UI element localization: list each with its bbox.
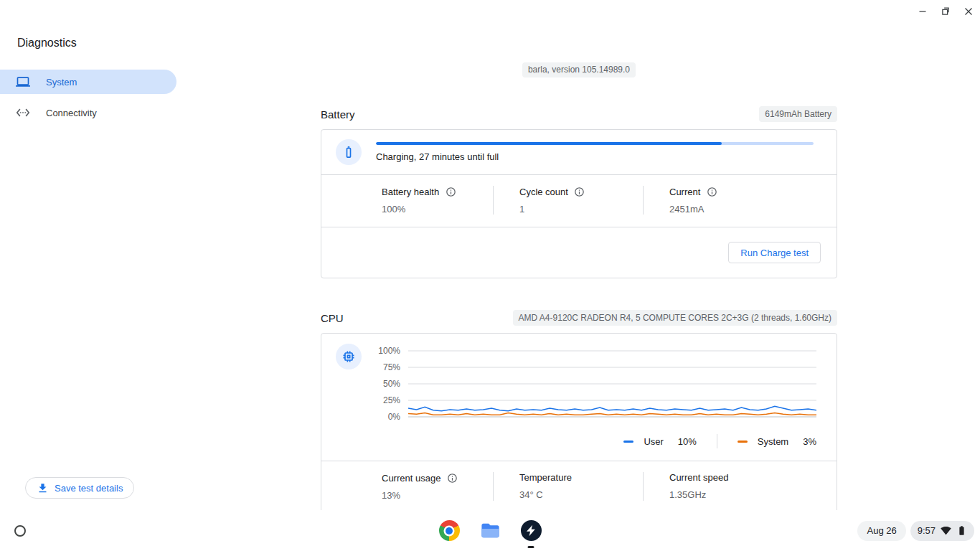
sidebar-item-connectivity[interactable]: Connectivity [0, 100, 176, 125]
battery-section: Battery 6149mAh Battery Charging, 27 min… [321, 106, 837, 278]
shelf-app-files[interactable] [479, 520, 501, 542]
restore-button[interactable] [938, 4, 953, 19]
cpu-chart-ytick: 25% [383, 395, 400, 405]
cpu-chart-ytick: 0% [388, 412, 400, 422]
download-icon [37, 482, 49, 494]
cpu-section: CPU AMD A4-9120C RADEON R4, 5 COMPUTE CO… [321, 310, 837, 514]
battery-status-icon [956, 525, 967, 536]
cpu-stats-row: Current usage 13% Temperature 34° C Curr… [321, 461, 837, 513]
stat-current-usage: Current usage 13% [321, 472, 493, 501]
page-title: Diagnostics [17, 37, 77, 50]
wifi-icon [941, 525, 951, 536]
stat-label: Battery health [382, 187, 439, 197]
battery-spec-badge: 6149mAh Battery [759, 106, 837, 122]
system-tray[interactable]: 9:57 [910, 521, 974, 541]
files-folder-icon [480, 520, 501, 541]
minimize-icon [916, 5, 929, 18]
stat-label: Temperature [519, 472, 572, 483]
battery-progress-track [376, 142, 814, 145]
sidebar: System Connectivity [0, 70, 176, 131]
stat-cycle-count: Cycle count 1 [493, 186, 643, 215]
legend-value: 3% [803, 436, 816, 447]
restore-icon [939, 5, 952, 18]
stat-temperature: Temperature 34° C [493, 472, 643, 501]
cpu-chart-ytick: 100% [378, 346, 400, 356]
sidebar-item-label: Connectivity [46, 108, 97, 118]
info-icon[interactable] [706, 186, 717, 197]
legend-name: User [644, 436, 663, 447]
messenger-icon [521, 520, 542, 541]
date-pill[interactable]: Aug 26 [857, 521, 905, 541]
cpu-usage-chart [408, 349, 816, 418]
shelf-app-messenger[interactable] [520, 520, 542, 542]
close-button[interactable] [961, 4, 976, 19]
cpu-chart-ylabels: 100%75%50%25%0% [369, 349, 400, 418]
stat-value: 34° C [519, 489, 643, 500]
battery-icon [336, 139, 362, 165]
info-icon[interactable] [445, 186, 456, 197]
info-icon[interactable] [574, 186, 585, 197]
active-app-indicator [528, 546, 534, 548]
stat-value: 1 [519, 204, 643, 215]
save-test-details-label: Save test details [55, 483, 123, 494]
version-badge: barla, version 105.14989.0 [522, 62, 636, 77]
sidebar-item-label: System [46, 77, 77, 88]
main-content: barla, version 105.14989.0 Battery 6149m… [321, 62, 837, 514]
cpu-chart-area: 100%75%50%25%0% User 10% System [369, 344, 816, 461]
stat-battery-health: Battery health 100% [321, 186, 493, 215]
battery-stats-row: Battery health 100% Cycle count 1 Curren… [321, 174, 837, 227]
stat-value: 13% [382, 490, 493, 501]
cpu-legend-item: User 10% [623, 436, 696, 447]
legend-name: System [758, 436, 788, 447]
stat-current: Current 2451mA [643, 186, 837, 215]
legend-dash-system [738, 441, 748, 443]
cpu-usage-series-system [408, 413, 816, 415]
shelf: Aug 26 9:57 [0, 510, 980, 551]
cpu-chip-icon [336, 344, 362, 369]
shelf-apps [438, 520, 542, 542]
cpu-chart-legend: User 10% System 3% [369, 434, 816, 461]
stat-label: Current usage [382, 473, 440, 484]
shelf-app-chrome[interactable] [438, 520, 460, 542]
stat-value: 100% [382, 204, 493, 215]
stat-label: Current speed [669, 472, 728, 483]
stat-value: 2451mA [669, 204, 837, 215]
cpu-legend-item: System 3% [738, 436, 816, 447]
chrome-icon [439, 520, 460, 541]
save-test-details-button[interactable]: Save test details [25, 477, 134, 499]
battery-progress-fill [376, 142, 722, 145]
stat-label: Current [669, 187, 700, 197]
cpu-spec-badge: AMD A4-9120C RADEON R4, 5 COMPUTE CORES … [513, 310, 837, 326]
close-icon [962, 5, 975, 18]
ethernet-icon [16, 105, 30, 120]
launcher-button[interactable] [9, 519, 32, 542]
shelf-date: Aug 26 [867, 525, 896, 536]
battery-section-title: Battery [321, 108, 355, 121]
legend-divider [717, 434, 717, 448]
minimize-button[interactable] [915, 4, 930, 19]
cpu-usage-series-user [408, 406, 816, 410]
info-icon[interactable] [446, 472, 458, 484]
legend-value: 10% [678, 436, 697, 447]
cpu-section-title: CPU [321, 312, 344, 324]
status-area: Aug 26 9:57 [857, 521, 974, 541]
launcher-icon [14, 525, 26, 537]
laptop-icon [16, 75, 30, 89]
cpu-card: 100%75%50%25%0% User 10% System [321, 333, 837, 514]
battery-status-text: Charging, 27 minutes until full [376, 151, 814, 162]
battery-card: Charging, 27 minutes until full Battery … [321, 129, 837, 278]
window-controls [915, 4, 976, 19]
legend-dash-user [623, 441, 633, 443]
stat-value: 1.35GHz [669, 489, 837, 500]
stat-label: Cycle count [519, 187, 568, 197]
cpu-chart-ytick: 50% [383, 379, 400, 389]
cpu-chart-ytick: 75% [383, 362, 400, 372]
run-charge-test-button[interactable]: Run Charge test [728, 242, 821, 263]
sidebar-item-system[interactable]: System [0, 70, 176, 94]
shelf-time: 9:57 [918, 525, 936, 536]
stat-current-speed: Current speed 1.35GHz [643, 472, 837, 501]
